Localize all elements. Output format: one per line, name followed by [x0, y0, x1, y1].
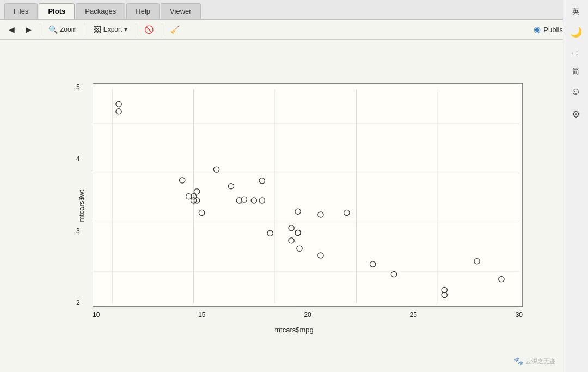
y-tick-4: 4	[76, 155, 80, 163]
scatter-point	[228, 184, 234, 189]
scatter-point	[318, 253, 323, 258]
scatter-point	[289, 225, 294, 231]
x-tick-20: 20	[304, 311, 311, 319]
y-tick-2: 2	[76, 299, 80, 307]
watermark: 🐾 云深之无迹	[514, 357, 555, 365]
scatter-point	[267, 230, 273, 236]
sep-4	[162, 23, 162, 35]
export-caret-icon: ▾	[124, 26, 127, 33]
side-panel: 英 🌙 ·； 简 ☺ ⚙	[563, 0, 588, 372]
scatter-point	[180, 178, 185, 183]
side-moon-icon[interactable]: 🌙	[567, 23, 585, 41]
watermark-icon: 🐾	[514, 357, 523, 365]
y-tick-5: 5	[76, 83, 80, 91]
x-tick-15: 15	[198, 311, 205, 319]
forward-button[interactable]: ▶	[21, 23, 36, 36]
scatter-point	[116, 109, 121, 114]
x-tick-25: 25	[409, 311, 416, 319]
sep-1	[40, 23, 40, 35]
scatter-point	[391, 271, 396, 277]
broom-button[interactable]: 🧹	[166, 23, 184, 36]
scatter-point	[344, 210, 350, 215]
export-icon: 🖼	[94, 25, 101, 34]
scatter-point	[295, 209, 301, 214]
back-button[interactable]: ◀	[4, 23, 19, 36]
tab-viewer[interactable]: Viewer	[161, 3, 201, 19]
scatter-point	[194, 198, 199, 203]
y-tick-labels: 5 4 3 2	[76, 83, 80, 307]
x-tick-labels: 10 15 20 25 30	[93, 311, 523, 319]
tab-packages[interactable]: Packages	[76, 3, 125, 19]
back-icon: ◀	[9, 25, 15, 34]
clear-button[interactable]: 🚫	[140, 23, 158, 36]
x-tick-10: 10	[93, 311, 100, 319]
side-lang-en[interactable]: 英	[570, 4, 581, 19]
scatter-point	[499, 276, 504, 282]
publish-icon: ◉	[534, 25, 541, 34]
scatter-point	[370, 261, 375, 267]
scatter-point	[213, 167, 219, 172]
scatter-point	[474, 259, 480, 264]
side-simp[interactable]: 简	[570, 64, 581, 78]
scatter-point	[289, 238, 294, 243]
tab-files[interactable]: Files	[4, 3, 38, 19]
scatter-point	[259, 178, 265, 184]
scatter-point	[295, 230, 301, 235]
main-content: mtcars$wt mtcars$mpg 5 4 3 2 10 15 20 25…	[0, 40, 588, 372]
export-button[interactable]: 🖼 Export ▾	[89, 23, 132, 36]
tab-plots[interactable]: Plots	[39, 3, 75, 19]
scatter-plot	[93, 84, 522, 306]
clear-icon: 🚫	[144, 25, 154, 34]
scatter-point	[199, 210, 204, 215]
tab-bar: Files Plots Packages Help Viewer	[0, 0, 588, 20]
zoom-icon: 🔍	[48, 25, 58, 34]
zoom-label: Zoom	[60, 26, 77, 33]
zoom-button[interactable]: 🔍 Zoom	[44, 23, 81, 36]
tab-help[interactable]: Help	[126, 3, 160, 19]
sep-3	[136, 23, 136, 35]
side-punct[interactable]: ·；	[569, 46, 583, 60]
x-axis-label: mtcars$mpg	[274, 326, 314, 334]
chart-area	[93, 83, 523, 307]
forward-icon: ▶	[26, 25, 32, 34]
side-settings-icon[interactable]: ⚙	[568, 105, 584, 124]
export-label: Export	[103, 26, 122, 33]
scatter-point	[259, 198, 265, 203]
broom-icon: 🧹	[170, 25, 180, 34]
scatter-point	[297, 246, 302, 251]
watermark-text: 云深之无迹	[525, 357, 555, 365]
x-tick-30: 30	[516, 311, 523, 319]
scatter-point	[318, 212, 323, 217]
toolbar: ◀ ▶ 🔍 Zoom 🖼 Export ▾ 🚫 🧹 ◉ Publish ▾	[0, 20, 588, 40]
scatter-point	[251, 198, 256, 203]
sep-2	[85, 23, 85, 35]
scatter-point	[194, 189, 199, 194]
side-emoji-icon[interactable]: ☺	[567, 83, 584, 101]
plot-container: mtcars$wt mtcars$mpg 5 4 3 2 10 15 20 25…	[60, 72, 528, 339]
scatter-point	[116, 101, 121, 107]
y-tick-3: 3	[76, 227, 80, 235]
